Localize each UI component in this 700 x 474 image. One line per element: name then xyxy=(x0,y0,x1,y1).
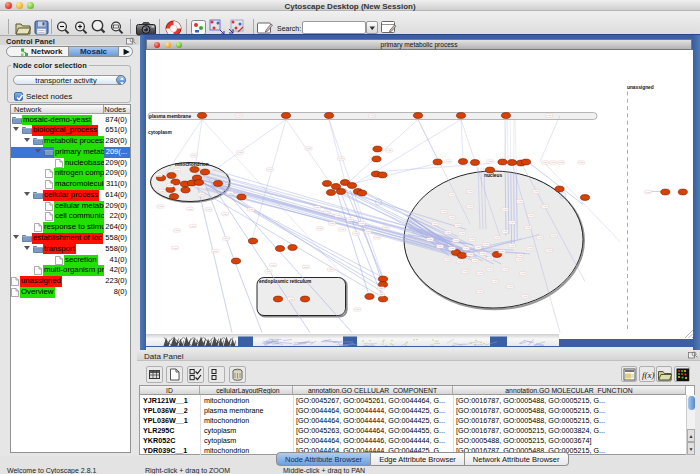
svg-text:(Yxx): (Yxx) xyxy=(470,238,475,240)
svg-text:(Yxx): (Yxx) xyxy=(538,236,543,238)
svg-text:(Yxx): (Yxx) xyxy=(168,184,173,186)
svg-text:(Yxx): (Yxx) xyxy=(442,210,447,212)
svg-text:(Yxx): (Yxx) xyxy=(325,210,330,212)
svg-text:(Yxx): (Yxx) xyxy=(473,259,478,261)
svg-text:(Yxx): (Yxx) xyxy=(517,258,522,260)
svg-text:(Yxx): (Yxx) xyxy=(508,285,513,287)
svg-text:(Yxx): (Yxx) xyxy=(488,268,493,270)
svg-text:(Yxx): (Yxx) xyxy=(360,222,365,224)
svg-text:(Yxx): (Yxx) xyxy=(223,212,228,214)
svg-text:(Yxx): (Yxx) xyxy=(551,161,556,163)
svg-text:(Yxx): (Yxx) xyxy=(543,205,548,207)
svg-text:(Yxx): (Yxx) xyxy=(433,222,438,224)
svg-text:(Yxx): (Yxx) xyxy=(456,224,461,226)
svg-text:(Yxx): (Yxx) xyxy=(375,236,380,238)
svg-text:(Yxx): (Yxx) xyxy=(476,246,481,248)
svg-text:(Yxx): (Yxx) xyxy=(510,221,515,223)
svg-text:(Yxx): (Yxx) xyxy=(268,168,273,170)
svg-text:(Yxx): (Yxx) xyxy=(438,245,443,247)
svg-text:(Yxx): (Yxx) xyxy=(450,193,455,195)
svg-text:(Yxx): (Yxx) xyxy=(528,247,533,249)
svg-text:(Yxx): (Yxx) xyxy=(458,260,463,262)
svg-text:(Yxx): (Yxx) xyxy=(224,237,229,239)
svg-text:(Yxx): (Yxx) xyxy=(493,280,498,282)
svg-text:(Yxx): (Yxx) xyxy=(329,268,334,270)
svg-text:(Yxx): (Yxx) xyxy=(484,243,489,245)
svg-text:(Yxx): (Yxx) xyxy=(503,208,508,210)
svg-text:(Yxx): (Yxx) xyxy=(266,270,271,272)
svg-text:(Yxx): (Yxx) xyxy=(463,270,468,272)
svg-text:(Yxx): (Yxx) xyxy=(370,114,375,116)
svg-text:(Yxx): (Yxx) xyxy=(445,258,450,260)
svg-text:(Yxx): (Yxx) xyxy=(500,250,505,252)
svg-text:(Yxx): (Yxx) xyxy=(547,249,552,251)
svg-text:(Yxx): (Yxx) xyxy=(481,252,486,254)
svg-text:plasma membrane: plasma membrane xyxy=(149,114,191,119)
svg-text:(Yxx): (Yxx) xyxy=(249,208,254,210)
svg-text:(Yxx): (Yxx) xyxy=(510,244,515,246)
svg-text:(Yxx): (Yxx) xyxy=(199,193,204,195)
svg-text:(Yxx): (Yxx) xyxy=(503,268,508,270)
svg-text:(Yxx): (Yxx) xyxy=(330,222,335,224)
svg-text:(Yxx): (Yxx) xyxy=(450,216,455,218)
svg-text:(Yxx): (Yxx) xyxy=(488,257,493,259)
svg-text:(Yxx): (Yxx) xyxy=(306,147,311,149)
svg-text:(Yxx): (Yxx) xyxy=(518,254,523,256)
svg-text:(Yxx): (Yxx) xyxy=(478,272,483,274)
svg-text:(Yxx): (Yxx) xyxy=(191,224,196,226)
svg-text:(Yxx): (Yxx) xyxy=(379,287,384,289)
svg-text:(Yxx): (Yxx) xyxy=(354,232,359,234)
svg-text:(Yxx): (Yxx) xyxy=(526,226,531,228)
svg-text:(Yxx): (Yxx) xyxy=(379,293,384,295)
svg-text:(Yxx): (Yxx) xyxy=(488,160,493,162)
svg-text:(Yxx): (Yxx) xyxy=(387,149,392,151)
svg-text:unassigned: unassigned xyxy=(627,84,654,89)
svg-text:(Yxx): (Yxx) xyxy=(289,297,294,299)
svg-text:(Yxx): (Yxx) xyxy=(446,231,451,233)
svg-text:(Yxx): (Yxx) xyxy=(238,151,243,153)
svg-text:(Yxx): (Yxx) xyxy=(318,227,323,229)
svg-text:(Yxx): (Yxx) xyxy=(206,208,211,210)
svg-text:(Yxx): (Yxx) xyxy=(348,218,353,220)
svg-text:(Yxx): (Yxx) xyxy=(559,161,564,163)
svg-text:(Yxx): (Yxx) xyxy=(579,161,584,163)
svg-text:(Yxx): (Yxx) xyxy=(468,190,473,192)
svg-text:(Yxx): (Yxx) xyxy=(188,207,193,209)
svg-text:(Yxx): (Yxx) xyxy=(534,190,539,192)
svg-text:(Yxx): (Yxx) xyxy=(428,238,433,240)
svg-text:(Yxx): (Yxx) xyxy=(503,230,508,232)
svg-text:(Yxx): (Yxx) xyxy=(158,205,163,207)
svg-text:(Yxx): (Yxx) xyxy=(339,157,344,159)
svg-text:(Yxx): (Yxx) xyxy=(384,226,389,228)
svg-text:(Yxx): (Yxx) xyxy=(543,161,548,163)
svg-text:(Yxx): (Yxx) xyxy=(521,272,526,274)
svg-text:(Yxx): (Yxx) xyxy=(523,295,528,297)
svg-text:(Yxx): (Yxx) xyxy=(315,206,320,208)
svg-text:(Yxx): (Yxx) xyxy=(468,253,473,255)
svg-text:(Yxx): (Yxx) xyxy=(192,154,197,156)
svg-text:(Yxx): (Yxx) xyxy=(175,168,180,170)
svg-text:(Yxx): (Yxx) xyxy=(454,239,459,241)
svg-text:(Yxx): (Yxx) xyxy=(529,214,534,216)
svg-text:(Yxx): (Yxx) xyxy=(478,290,483,292)
svg-text:(Yxx): (Yxx) xyxy=(157,173,162,175)
svg-text:(Yxx): (Yxx) xyxy=(552,234,557,236)
svg-text:(Yxx): (Yxx) xyxy=(460,232,465,234)
svg-text:(Yxx): (Yxx) xyxy=(646,190,651,192)
svg-text:(Yxx): (Yxx) xyxy=(228,191,233,193)
svg-text:(Yxx): (Yxx) xyxy=(355,308,360,310)
svg-text:(Yxx): (Yxx) xyxy=(446,160,451,162)
svg-text:cytoplasm: cytoplasm xyxy=(148,129,172,134)
svg-text:(Yxx): (Yxx) xyxy=(173,246,178,248)
svg-text:(Yxx): (Yxx) xyxy=(547,114,552,116)
svg-text:endoplasmic reticulum: endoplasmic reticulum xyxy=(259,279,311,284)
svg-text:(Yxx): (Yxx) xyxy=(518,200,523,202)
svg-text:(Yxx): (Yxx) xyxy=(175,229,180,231)
svg-text:(Yxx): (Yxx) xyxy=(336,214,341,216)
svg-text:(Yxx): (Yxx) xyxy=(271,263,276,265)
svg-text:(Yxx): (Yxx) xyxy=(237,114,242,116)
svg-text:(Yxx): (Yxx) xyxy=(340,228,345,230)
svg-text:(Yxx): (Yxx) xyxy=(468,205,473,207)
svg-text:mitochondrion: mitochondrion xyxy=(175,162,209,167)
svg-text:(Yxx): (Yxx) xyxy=(304,265,309,267)
